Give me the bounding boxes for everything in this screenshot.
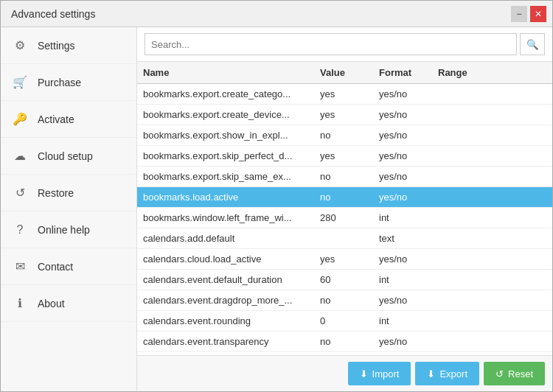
settings-table: Name Value Format Range bookmarks.export… — [137, 62, 552, 355]
cell-name: calendars.event.dragdrop_more_... — [137, 295, 314, 306]
advanced-settings-window: Advanced settings − ✕ ⚙ Settings 🛒 Purch… — [0, 0, 553, 392]
cell-value: yes — [314, 253, 373, 265]
about-icon: ℹ — [11, 295, 29, 312]
table-row[interactable]: calendars.add.default text — [137, 228, 552, 249]
sidebar-label-about: About — [38, 298, 65, 309]
table-row[interactable]: bookmarks.window.left_frame_wi... 280 in… — [137, 208, 552, 228]
cell-value: yes — [314, 150, 373, 161]
table-row[interactable]: bookmarks.export.create_device... yes ye… — [137, 105, 552, 125]
restore-icon: ↺ — [11, 184, 29, 202]
cell-format: int — [373, 212, 432, 223]
sidebar-item-purchase[interactable]: 🛒 Purchase — [1, 64, 136, 101]
cell-value: no — [314, 336, 373, 347]
sidebar-item-online-help[interactable]: ? Online help — [1, 211, 136, 248]
sidebar-label-cloud-setup: Cloud setup — [38, 150, 93, 162]
sidebar-label-activate: Activate — [38, 113, 74, 125]
cell-value: 280 — [314, 212, 373, 223]
cell-name: calendars.event.rounding — [137, 315, 314, 326]
activate-icon: 🔑 — [11, 111, 29, 128]
cell-format: yes/no — [373, 130, 432, 141]
online-help-icon: ? — [11, 221, 29, 239]
cloud-setup-icon: ☁ — [11, 147, 29, 165]
table-row[interactable]: bookmarks.load.active no yes/no — [137, 187, 552, 208]
cell-format: yes/no — [373, 253, 432, 265]
cell-format: yes/no — [373, 295, 432, 306]
table-row[interactable]: calendars.event.rounding 0 int — [137, 311, 552, 332]
cell-name: calendars.cloud.load_active — [137, 253, 314, 265]
col-range: Range — [432, 67, 552, 78]
cell-name: bookmarks.export.skip_same_ex... — [137, 171, 314, 182]
reset-button[interactable]: ↺ Reset — [484, 362, 545, 385]
col-format: Format — [373, 67, 432, 78]
window-title: Advanced settings — [11, 8, 95, 20]
cell-name: calendars.event.transparency — [137, 336, 314, 347]
contact-icon: ✉ — [11, 258, 29, 276]
table-row[interactable]: calendars.event.transparency no yes/no — [137, 332, 552, 352]
table-row[interactable]: bookmarks.export.skip_same_ex... no yes/… — [137, 167, 552, 187]
cell-name: calendars.event.default_duration — [137, 274, 314, 285]
export-icon: ⬇ — [427, 368, 435, 379]
sidebar-label-settings: Settings — [38, 40, 75, 52]
table-row[interactable]: calendars.event.default_duration 60 int — [137, 270, 552, 290]
table-row[interactable]: bookmarks.export.show_in_expl... no yes/… — [137, 125, 552, 146]
bottom-bar: ⬇ Import ⬇ Export ↺ Reset — [137, 355, 552, 391]
import-label: Import — [372, 368, 400, 379]
sidebar-label-online-help: Online help — [38, 224, 90, 236]
search-input[interactable] — [145, 33, 517, 55]
cell-format: yes/no — [373, 336, 432, 347]
table-row[interactable]: bookmarks.export.skip_perfect_d... yes y… — [137, 146, 552, 167]
sidebar-item-contact[interactable]: ✉ Contact — [1, 248, 136, 285]
cell-format: int — [373, 315, 432, 326]
export-button[interactable]: ⬇ Export — [415, 362, 479, 385]
sidebar-item-activate[interactable]: 🔑 Activate — [1, 101, 136, 138]
content-area: ⚙ Settings 🛒 Purchase 🔑 Activate ☁ Cloud… — [1, 27, 552, 391]
search-icon: 🔍 — [526, 39, 539, 50]
sidebar-label-restore: Restore — [38, 187, 74, 199]
sidebar-label-purchase: Purchase — [38, 77, 81, 88]
reset-icon: ↺ — [495, 368, 504, 379]
import-button[interactable]: ⬇ Import — [348, 362, 411, 385]
cell-name: bookmarks.export.show_in_expl... — [137, 130, 314, 141]
purchase-icon: 🛒 — [11, 74, 29, 91]
table-row[interactable]: calendars.event.dragdrop_more_... no yes… — [137, 290, 552, 311]
cell-value: no — [314, 192, 373, 203]
cell-format: yes/no — [373, 88, 432, 99]
table-row[interactable]: calendars.cloud.load_active yes yes/no — [137, 249, 552, 270]
sidebar-item-settings[interactable]: ⚙ Settings — [1, 27, 136, 64]
table-row[interactable]: bookmarks.export.create_catego... yes ye… — [137, 84, 552, 105]
sidebar-item-about[interactable]: ℹ About — [1, 285, 136, 322]
reset-label: Reset — [508, 368, 533, 379]
col-name: Name — [137, 67, 314, 78]
sidebar-item-restore[interactable]: ↺ Restore — [1, 175, 136, 211]
window-controls: − ✕ — [511, 6, 546, 22]
cell-format: yes/no — [373, 192, 432, 203]
close-button[interactable]: ✕ — [530, 6, 546, 22]
minimize-button[interactable]: − — [511, 6, 527, 22]
export-label: Export — [439, 368, 467, 379]
cell-name: bookmarks.export.create_catego... — [137, 88, 314, 99]
sidebar-label-contact: Contact — [38, 261, 73, 273]
cell-name: bookmarks.load.active — [137, 192, 314, 203]
cell-value: yes — [314, 88, 373, 99]
cell-name: bookmarks.export.create_device... — [137, 109, 314, 120]
cell-format: text — [373, 233, 432, 244]
cell-value: yes — [314, 109, 373, 120]
search-button[interactable]: 🔍 — [520, 33, 545, 55]
cell-value: no — [314, 130, 373, 141]
cell-format: yes/no — [373, 109, 432, 120]
cell-name: calendars.add.default — [137, 233, 314, 244]
settings-icon: ⚙ — [11, 37, 29, 55]
table-header: Name Value Format Range — [137, 62, 552, 84]
table-body[interactable]: bookmarks.export.create_catego... yes ye… — [137, 84, 552, 355]
cell-value: no — [314, 295, 373, 306]
cell-value: 60 — [314, 274, 373, 285]
search-bar: 🔍 — [137, 27, 552, 62]
main-panel: 🔍 Name Value Format Range bookmarks.expo… — [137, 27, 552, 391]
import-icon: ⬇ — [360, 368, 368, 379]
cell-format: int — [373, 274, 432, 285]
cell-format: yes/no — [373, 150, 432, 161]
sidebar: ⚙ Settings 🛒 Purchase 🔑 Activate ☁ Cloud… — [1, 27, 137, 391]
sidebar-item-cloud-setup[interactable]: ☁ Cloud setup — [1, 138, 136, 175]
cell-name: bookmarks.window.left_frame_wi... — [137, 212, 314, 223]
titlebar: Advanced settings − ✕ — [1, 1, 552, 27]
